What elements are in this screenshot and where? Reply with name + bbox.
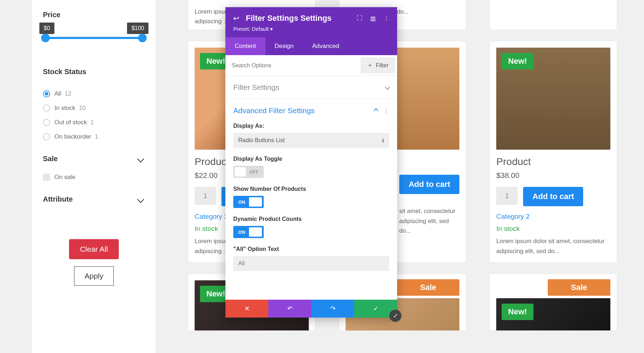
checkbox-icon xyxy=(43,174,50,181)
select-value: Radio Buttons List xyxy=(238,137,285,144)
sale-badge: Sale xyxy=(548,279,610,296)
product-title: Product xyxy=(496,156,610,168)
chevron-down-icon xyxy=(385,85,390,90)
toggle-knob xyxy=(235,167,246,176)
stock-option-all[interactable]: All12 xyxy=(43,87,145,101)
product-description: Lorem ipsum dolor sit amet, consectetur … xyxy=(496,236,610,256)
quantity-input[interactable] xyxy=(496,187,518,205)
quantity-input[interactable] xyxy=(195,187,216,205)
radio-icon xyxy=(43,105,50,112)
preset-selector[interactable]: Preset: Default ▾ xyxy=(233,26,389,32)
columns-icon[interactable]: ▥ xyxy=(370,15,376,22)
stock-count: 1 xyxy=(95,133,98,140)
modal-title: Filter Settings Settings xyxy=(246,14,357,23)
price-min-label: $0 xyxy=(39,23,54,34)
stock-label: On backorder xyxy=(54,133,91,140)
slider-handle-min[interactable] xyxy=(41,34,50,42)
more-icon[interactable]: ⋮ xyxy=(383,107,389,115)
radio-icon xyxy=(43,90,50,97)
stock-label: All xyxy=(54,90,61,97)
all-option-text-input[interactable] xyxy=(233,256,389,271)
price-max-label: $100 xyxy=(127,23,148,34)
category-link[interactable]: Category 2 xyxy=(496,213,530,221)
modal-tabs: Content Design Advanced xyxy=(225,37,397,55)
sale-accordion[interactable]: Sale xyxy=(43,155,145,163)
product-image: New! xyxy=(496,48,610,150)
chevron-down-icon xyxy=(137,155,144,163)
category-link[interactable]: Category 3 xyxy=(195,213,228,221)
undo-button[interactable]: ↶ xyxy=(268,300,311,318)
advanced-section-header[interactable]: Advanced Filter Settings ⋮ xyxy=(233,106,389,115)
add-to-cart-button[interactable]: Add to cart xyxy=(399,175,459,194)
tab-advanced[interactable]: Advanced xyxy=(303,37,348,55)
display-toggle-label: Display As Toggle xyxy=(233,156,389,162)
expand-icon[interactable]: ⛶ xyxy=(357,15,362,22)
radio-icon xyxy=(43,119,50,126)
plus-icon: ＋ xyxy=(367,62,373,69)
sale-badge: Sale xyxy=(397,279,459,296)
product-image: New! xyxy=(496,298,610,331)
modal-header: ↩ Filter Settings Settings ⛶ ▥ ⋮ Preset:… xyxy=(225,7,397,37)
all-option-text-label: "All" Option Text xyxy=(233,246,389,252)
stock-list: All12 In stock10 Out of stock1 On backor… xyxy=(43,87,145,144)
stock-option-backorder[interactable]: On backorder1 xyxy=(43,130,145,144)
chevron-down-icon xyxy=(137,196,144,203)
select-arrows-icon: ▴▾ xyxy=(382,138,384,142)
resize-handle[interactable]: ⤢ xyxy=(389,310,401,322)
product-card: Sale New! xyxy=(489,274,617,331)
attribute-heading: Attribute xyxy=(43,195,73,203)
stock-status: In stock xyxy=(496,225,610,233)
stock-label: In stock xyxy=(54,105,75,112)
on-sale-option[interactable]: On sale xyxy=(43,170,145,184)
slider-handle-max[interactable] xyxy=(138,34,147,42)
dynamic-counts-label: Dynamic Product Counts xyxy=(233,216,389,222)
add-to-cart-button[interactable]: Add to cart xyxy=(523,187,583,206)
tab-content[interactable]: Content xyxy=(225,37,265,55)
tab-design[interactable]: Design xyxy=(265,37,303,55)
add-filter-button[interactable]: ＋Filter xyxy=(361,57,395,73)
show-number-label: Show Number Of Products xyxy=(233,186,389,192)
stock-option-instock[interactable]: In stock10 xyxy=(43,101,145,115)
more-icon[interactable]: ⋮ xyxy=(384,15,389,22)
display-as-select[interactable]: Radio Buttons List ▴▾ xyxy=(233,133,389,148)
advanced-filter-settings-section: Advanced Filter Settings ⋮ Display As: R… xyxy=(225,99,397,278)
redo-button[interactable]: ↷ xyxy=(311,300,354,318)
stock-label: Out of stock xyxy=(54,119,87,126)
filter-settings-section[interactable]: Filter Settings xyxy=(225,76,397,99)
modal-footer: ✕ ↶ ↷ ✓ xyxy=(225,300,397,318)
stock-option-outofstock[interactable]: Out of stock1 xyxy=(43,115,145,130)
on-sale-label: On sale xyxy=(54,174,75,181)
toggle-state: ON xyxy=(235,229,249,235)
dynamic-counts-switch[interactable]: ON xyxy=(233,226,264,238)
section-title: Advanced Filter Settings xyxy=(233,106,315,115)
search-row: ＋Filter xyxy=(225,55,397,76)
search-options-input[interactable] xyxy=(225,57,358,74)
stock-count: 12 xyxy=(65,90,72,97)
price-heading: Price xyxy=(43,11,145,19)
clear-all-button[interactable]: Clear All xyxy=(69,239,118,259)
sale-heading: Sale xyxy=(43,155,58,163)
radio-icon xyxy=(43,133,50,140)
toggle-state: OFF xyxy=(246,169,262,175)
toggle-state: ON xyxy=(235,199,249,205)
product-card: New! Product $38.00 Add to cart Category… xyxy=(489,41,617,262)
stock-count: 10 xyxy=(79,105,86,112)
price-slider[interactable]: $0 $100 xyxy=(43,37,145,39)
chevron-up-icon xyxy=(374,108,379,113)
toggle-knob xyxy=(249,197,262,207)
attribute-accordion[interactable]: Attribute xyxy=(43,195,145,203)
display-as-label: Display As: xyxy=(233,123,389,129)
new-badge: New! xyxy=(502,304,533,320)
section-title: Filter Settings xyxy=(233,83,279,92)
filter-settings-modal: ↩ Filter Settings Settings ⛶ ▥ ⋮ Preset:… xyxy=(225,7,397,318)
show-number-switch[interactable]: ON xyxy=(233,196,264,208)
product-card xyxy=(489,0,617,30)
apply-button[interactable]: Apply xyxy=(74,266,114,286)
cancel-button[interactable]: ✕ xyxy=(225,300,268,318)
new-badge: New! xyxy=(502,53,533,69)
display-toggle-switch[interactable]: OFF xyxy=(233,166,264,178)
stock-count: 1 xyxy=(91,119,94,126)
slider-track xyxy=(43,37,145,39)
back-icon[interactable]: ↩ xyxy=(233,14,239,23)
product-price: $38.00 xyxy=(496,171,610,180)
